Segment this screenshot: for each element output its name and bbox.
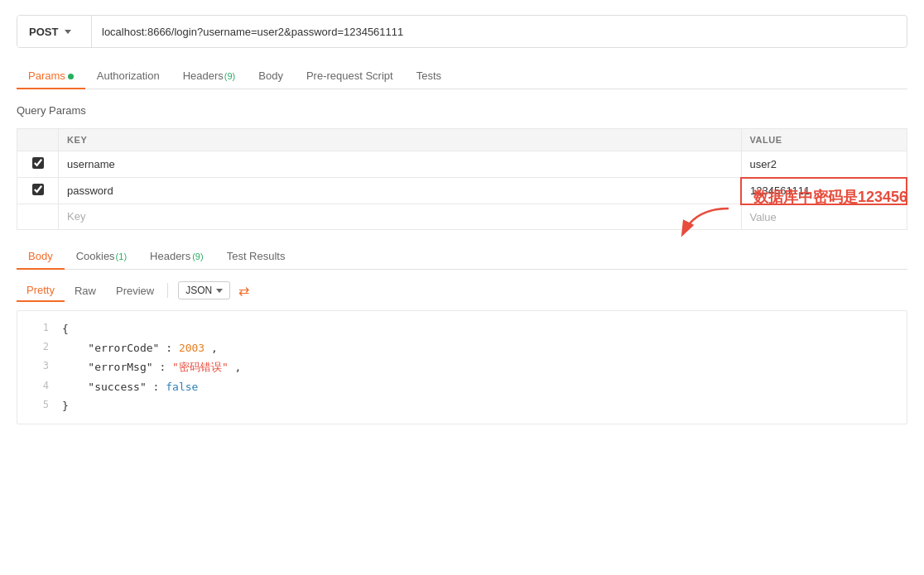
red-arrow-icon bbox=[671, 200, 737, 242]
json-output: 1 { 2 "errorCode" : 2003 , 3 "errorMsg" … bbox=[17, 310, 907, 425]
format-selector[interactable]: JSON bbox=[178, 281, 230, 299]
response-tabs: Body Cookies(1) Headers(9) Test Results bbox=[17, 243, 907, 270]
tab-authorization[interactable]: Authorization bbox=[85, 63, 171, 89]
json-line-2: 2 "errorCode" : 2003 , bbox=[17, 338, 907, 357]
params-section: KEY VALUE username use bbox=[17, 128, 907, 230]
section-query-params: Query Params bbox=[17, 101, 907, 120]
row2-key: password bbox=[59, 178, 742, 204]
tab-response-cookies[interactable]: Cookies(1) bbox=[65, 243, 138, 269]
row1-checkbox-cell bbox=[17, 151, 59, 178]
row1-checkbox[interactable] bbox=[32, 157, 44, 169]
tab-params[interactable]: Params bbox=[17, 63, 85, 89]
row1-key: username bbox=[59, 151, 742, 178]
url-bar: POST bbox=[17, 15, 907, 48]
tab-headers[interactable]: Headers(9) bbox=[171, 63, 248, 89]
tab-response-headers[interactable]: Headers(9) bbox=[138, 243, 215, 269]
main-container: POST Params Authorization Headers(9) Bod… bbox=[0, 0, 924, 575]
resp-tab-preview[interactable]: Preview bbox=[106, 280, 164, 301]
json-line-1: 1 { bbox=[17, 319, 907, 338]
wrap-icon[interactable]: ⇄ bbox=[238, 283, 249, 299]
tab-response-body[interactable]: Body bbox=[17, 243, 65, 269]
method-dropdown-icon bbox=[65, 30, 71, 34]
table-row: username user2 bbox=[17, 151, 907, 178]
resp-tab-raw[interactable]: Raw bbox=[65, 280, 106, 301]
empty-checkbox-cell bbox=[17, 204, 59, 230]
annotation-text: 数据库中密码是123456 bbox=[753, 187, 907, 207]
tab-prerequest[interactable]: Pre-request Script bbox=[295, 63, 405, 89]
format-dropdown-icon bbox=[216, 289, 223, 293]
row2-checkbox[interactable] bbox=[32, 184, 44, 195]
method-selector[interactable]: POST bbox=[17, 16, 92, 47]
empty-key-cell: Key bbox=[59, 204, 742, 230]
params-dot bbox=[68, 74, 74, 79]
request-tabs: Params Authorization Headers(9) Body Pre… bbox=[17, 63, 907, 89]
json-line-5: 5 } bbox=[17, 396, 907, 415]
tab-test-results[interactable]: Test Results bbox=[215, 243, 297, 269]
col-checkbox-header bbox=[17, 129, 59, 151]
json-line-3: 3 "errorMsg" : "密码错误" , bbox=[17, 357, 907, 376]
json-line-4: 4 "success" : false bbox=[17, 377, 907, 396]
response-toolbar: Pretty Raw Preview JSON ⇄ bbox=[17, 280, 907, 302]
row1-value: user2 bbox=[741, 151, 907, 178]
resp-tab-pretty[interactable]: Pretty bbox=[17, 280, 65, 302]
row2-checkbox-cell bbox=[17, 178, 59, 204]
toolbar-separator bbox=[167, 283, 168, 298]
col-key-header: KEY bbox=[59, 129, 742, 151]
tab-tests[interactable]: Tests bbox=[405, 63, 453, 89]
tab-body[interactable]: Body bbox=[247, 63, 295, 89]
method-label: POST bbox=[29, 26, 58, 38]
url-input[interactable] bbox=[92, 26, 907, 38]
col-value-header: VALUE bbox=[741, 129, 907, 151]
